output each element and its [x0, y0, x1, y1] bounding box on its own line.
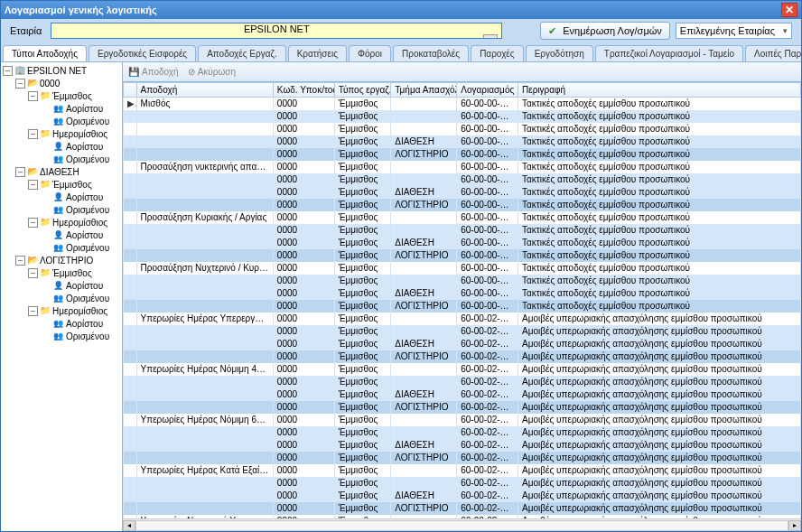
toggle-icon[interactable]: –	[15, 256, 25, 266]
tree-group[interactable]: –Ημερομίσθιος	[1, 127, 122, 140]
toggle-icon[interactable]: –	[28, 306, 38, 316]
col-header[interactable]: Λογαριασμός	[457, 83, 518, 98]
table-row[interactable]: 0000Έμμισθος60-00-02-0000Αμοιβές υπερωρι…	[124, 376, 801, 388]
table-row[interactable]: 0000ΈμμισθοςΛΟΓΙΣΤΗΡΙΟ60-00-02-0000Αμοιβ…	[124, 452, 801, 464]
col-header[interactable]: Τύπος εργαζ.	[334, 83, 391, 98]
tree-leaf[interactable]: Ορισμένου	[1, 203, 122, 216]
tab-5[interactable]: Προκαταβολές	[393, 45, 469, 61]
leaf-icon	[53, 280, 64, 291]
col-header[interactable]: Τμήμα Απασχόλησης	[391, 83, 457, 98]
tree-group[interactable]: –Ημερομίσθιος	[1, 216, 122, 229]
tab-6[interactable]: Παροχές	[471, 45, 524, 61]
tree-leaf[interactable]: Αορίστου	[1, 317, 122, 330]
toggle-icon[interactable]: –	[15, 167, 25, 177]
leaf2-icon	[53, 242, 64, 253]
tree-leaf[interactable]: Ορισμένου	[1, 153, 122, 165]
tab-4[interactable]: Φόροι	[349, 45, 391, 61]
toggle-icon[interactable]: –	[28, 268, 38, 278]
tree-group[interactable]: –Έμμισθος	[1, 89, 122, 102]
table-row[interactable]: 0000ΈμμισθοςΛΟΓΙΣΤΗΡΙΟ60-00-00-0000Τακτι…	[124, 249, 801, 262]
scope-select[interactable]: Επιλεγμένης Εταιρίας	[676, 23, 792, 39]
table-row[interactable]: 0000ΈμμισθοςΔΙΑΘΕΣΗ60-00-02-0000Αμοιβές …	[124, 388, 801, 401]
col-header[interactable]: Κωδ. Υποκ/τος	[273, 83, 334, 98]
data-grid[interactable]: ΑποδοχήΚωδ. Υποκ/τοςΤύπος εργαζ.Τμήμα Απ…	[123, 82, 801, 518]
tab-2[interactable]: Αποδοχές Εργαζ.	[198, 45, 285, 61]
table-row[interactable]: ▶Μισθός0000Έμμισθος60-00-00-0000Τακτικές…	[124, 98, 801, 110]
tree-root[interactable]: –EPSILON NET	[1, 64, 122, 77]
table-row[interactable]: 0000ΈμμισθοςΛΟΓΙΣΤΗΡΙΟ60-00-02-0000Αμοιβ…	[124, 502, 801, 515]
tree-leaf[interactable]: Ορισμένου	[1, 292, 122, 304]
col-header[interactable]: Περιγραφή	[518, 83, 801, 98]
tree-code[interactable]: –0000	[1, 77, 122, 89]
tree-leaf[interactable]: Ορισμένου	[1, 115, 122, 127]
table-row[interactable]: 0000ΈμμισθοςΔΙΑΘΕΣΗ60-00-00-0000Τακτικές…	[124, 135, 801, 148]
cancel-button[interactable]: ⊘ Ακύρωση	[188, 67, 236, 77]
app-window: Λογαριασμοί γενικής λογιστικής ✕ Εταιρία…	[0, 0, 802, 532]
tree-section[interactable]: –ΔΙΑΘΕΣΗ	[1, 165, 122, 178]
table-row[interactable]: 0000ΈμμισθοςΔΙΑΘΕΣΗ60-00-02-0000Αμοιβές …	[124, 338, 801, 350]
table-row[interactable]: 0000Έμμισθος60-00-02-0000Αμοιβές υπερωρι…	[124, 477, 801, 490]
tree-leaf[interactable]: Αορίστου	[1, 191, 122, 203]
folder-icon	[40, 128, 51, 139]
company-combo[interactable]: EPSILON NET ▾	[51, 23, 502, 39]
tab-9[interactable]: Λοιπές Παράμετροι	[745, 45, 801, 61]
table-row[interactable]: 0000Έμμισθος60-00-00-0000Τακτικές αποδοχ…	[124, 173, 801, 186]
table-row[interactable]: 0000ΈμμισθοςΔΙΑΘΕΣΗ60-00-00-0000Τακτικές…	[124, 237, 801, 249]
table-row[interactable]: Υπερωρίες Νυχτερινό Υπερεργασία0000Έμμισ…	[124, 515, 801, 519]
toggle-icon[interactable]: –	[28, 180, 38, 190]
table-row[interactable]: 0000Έμμισθος60-00-02-0000Αμοιβές υπερωρι…	[124, 426, 801, 439]
tab-0[interactable]: Τύποι Αποδοχής	[3, 45, 87, 61]
tree-group[interactable]: –Ημερομίσθιος	[1, 304, 122, 317]
table-row[interactable]: 0000ΈμμισθοςΛΟΓΙΣΤΗΡΙΟ60-00-00-0000Τακτι…	[124, 199, 801, 211]
table-row[interactable]: 0000ΈμμισθοςΛΟΓΙΣΤΗΡΙΟ60-00-02-0000Αμοιβ…	[124, 350, 801, 363]
chevron-down-icon[interactable]: ▾	[483, 34, 498, 39]
table-row[interactable]: 0000ΈμμισθοςΛΟΓΙΣΤΗΡΙΟ60-00-00-0000Τακτι…	[124, 148, 801, 161]
horizontal-scrollbar[interactable]: ◂ ▸	[123, 518, 801, 531]
table-row[interactable]: Υπερωρίες Ημέρας Κατά Εξαίρεση 80%0000Έμ…	[124, 464, 801, 477]
scroll-right-icon[interactable]: ▸	[788, 520, 801, 531]
scope-value: Επιλεγμένης Εταιρίας	[680, 25, 775, 36]
tree-leaf[interactable]: Αορίστου	[1, 229, 122, 241]
tab-3[interactable]: Κρατήσεις	[288, 45, 347, 61]
col-header[interactable]: Αποδοχή	[136, 83, 273, 98]
tree-group[interactable]: –Έμμισθος	[1, 178, 122, 191]
toggle-icon[interactable]: –	[15, 79, 25, 89]
close-button[interactable]: ✕	[781, 3, 797, 17]
toggle-icon[interactable]: –	[28, 129, 38, 139]
tab-1[interactable]: Εργοδοτικές Εισφορές	[89, 45, 196, 61]
tree-leaf[interactable]: Αορίστου	[1, 140, 122, 153]
folder-icon	[40, 179, 51, 190]
table-row[interactable]: 0000ΈμμισθοςΔΙΑΘΕΣΗ60-00-00-0000Τακτικές…	[124, 186, 801, 199]
tree-group[interactable]: –Έμμισθος	[1, 266, 122, 279]
table-row[interactable]: 0000Έμμισθος60-00-02-0000Αμοιβές υπερωρι…	[124, 325, 801, 338]
accept-button[interactable]: 💾 Αποδοχή	[128, 67, 179, 77]
table-row[interactable]: Προσαύξηση νυκτερινής απασχόλησης0000Έμμ…	[124, 161, 801, 173]
toggle-icon[interactable]: –	[3, 66, 13, 76]
toggle-icon[interactable]: –	[28, 91, 38, 101]
toggle-icon[interactable]: –	[28, 218, 38, 228]
table-row[interactable]: 0000Έμμισθος60-00-00-0000Τακτικές αποδοχ…	[124, 123, 801, 135]
tree-section[interactable]: –ΛΟΓΙΣΤΗΡΙΟ	[1, 254, 122, 266]
tree-leaf[interactable]: Αορίστου	[1, 102, 122, 115]
check-icon	[548, 25, 559, 36]
table-row[interactable]: 0000Έμμισθος60-00-00-0000Τακτικές αποδοχ…	[124, 275, 801, 287]
tab-7[interactable]: Εργοδότηση	[526, 45, 593, 61]
tab-8[interactable]: Τραπεζικοί Λογαριασμοί - Ταμείο	[595, 45, 743, 61]
tree-leaf[interactable]: Ορισμένου	[1, 330, 122, 342]
table-row[interactable]: 0000ΈμμισθοςΛΟΓΙΣΤΗΡΙΟ60-00-00-0000Τακτι…	[124, 300, 801, 313]
table-row[interactable]: Υπερωρίες Ημέρας Υπερεργασία0000Έμμισθος…	[124, 313, 801, 325]
table-row[interactable]: 0000Έμμισθος60-00-00-0000Τακτικές αποδοχ…	[124, 110, 801, 123]
table-row[interactable]: 0000Έμμισθος60-00-00-0000Τακτικές αποδοχ…	[124, 224, 801, 237]
tree-leaf[interactable]: Ορισμένου	[1, 241, 122, 254]
table-row[interactable]: Προσαύξηση Κυριακής / Αργίας0000Έμμισθος…	[124, 211, 801, 224]
table-row[interactable]: Υπερωρίες Ημέρας Νόμιμη 60%0000Έμμισθος6…	[124, 414, 801, 426]
table-row[interactable]: 0000ΈμμισθοςΔΙΑΘΕΣΗ60-00-02-0000Αμοιβές …	[124, 439, 801, 452]
table-row[interactable]: 0000ΈμμισθοςΔΙΑΘΕΣΗ60-00-02-0000Αμοιβές …	[124, 490, 801, 502]
scroll-left-icon[interactable]: ◂	[123, 520, 135, 531]
tree-leaf[interactable]: Αορίστου	[1, 279, 122, 292]
table-row[interactable]: 0000ΈμμισθοςΛΟΓΙΣΤΗΡΙΟ60-00-02-0000Αμοιβ…	[124, 401, 801, 414]
table-row[interactable]: Προσαύξηση Νυχτερινό / Κυριακή0000Έμμισθ…	[124, 262, 801, 275]
update-accounts-button[interactable]: Ενημέρωση Λογ/σμών	[540, 22, 670, 40]
table-row[interactable]: Υπερωρίες Ημέρας Νόμιμη 40%0000Έμμισθος6…	[124, 363, 801, 376]
table-row[interactable]: 0000ΈμμισθοςΔΙΑΘΕΣΗ60-00-00-0000Τακτικές…	[124, 287, 801, 300]
